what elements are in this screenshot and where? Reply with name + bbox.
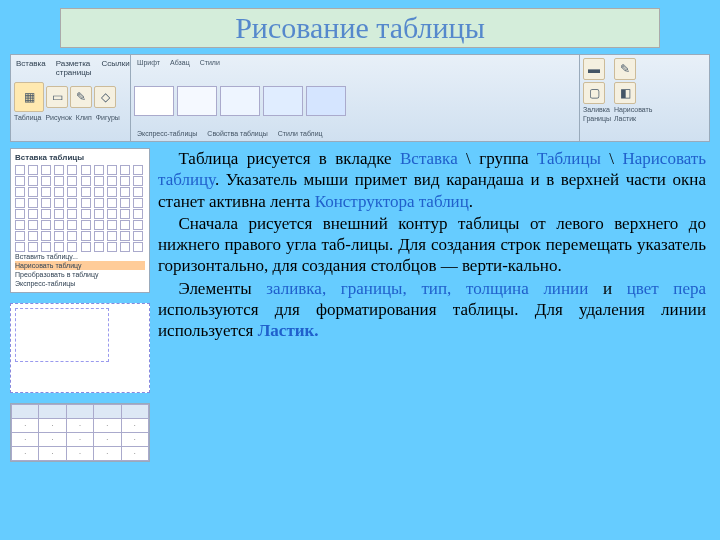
insert-table-panel: Вставка таблицы Вставить таблицу... Нари… <box>10 148 150 293</box>
hl-pen-color: цвет пера <box>627 279 706 298</box>
hl-constructor: Конструктора таблиц <box>315 192 469 211</box>
ribbon-right-group: ▬ ▢ Заливка Границы ✎ ◧ Нарисовать Ласти… <box>579 55 709 141</box>
mid-item[interactable]: Стили таблиц <box>275 129 326 138</box>
tab-insert[interactable]: Вставка <box>14 58 48 78</box>
title-bar: Рисование таблицы <box>60 8 660 48</box>
ribbon: Вставка Разметка страницы Ссылки ▦ ▭ ✎ ◇… <box>10 54 710 142</box>
panel-title: Вставка таблицы <box>15 153 145 162</box>
drawing-preview <box>10 303 150 393</box>
draw-icon[interactable]: ✎ <box>614 58 636 80</box>
label-border: Границы <box>583 115 611 122</box>
body-text: Таблица рисуется в вкладке Вставка \ гру… <box>158 148 710 462</box>
label-pic: Рисунок <box>45 114 71 121</box>
eraser-icon[interactable]: ◧ <box>614 82 636 104</box>
label-eraser: Ластик <box>614 115 652 122</box>
paragraph-2: Сначала рисуется внешний контур таблицы … <box>158 213 706 277</box>
hl-fill-border: заливка, границы, тип, толщина линии <box>266 279 588 298</box>
link-draw-table[interactable]: Нарисовать таблицу <box>15 261 145 270</box>
page-title: Рисование таблицы <box>69 11 651 45</box>
table-icon[interactable]: ▦ <box>14 82 44 112</box>
border-icon[interactable]: ▢ <box>583 82 605 104</box>
label-table: Таблица <box>14 114 41 121</box>
label-draw: Нарисовать <box>614 106 652 113</box>
link-insert-table[interactable]: Вставить таблицу... <box>15 252 145 261</box>
table-size-grid[interactable] <box>15 165 145 252</box>
hl-insert: Вставка <box>400 149 458 168</box>
hl-eraser: Ластик. <box>258 321 319 340</box>
content: Вставка таблицы Вставить таблицу... Нари… <box>10 148 710 462</box>
ribbon-left-group: Вставка Разметка страницы Ссылки ▦ ▭ ✎ ◇… <box>11 55 131 141</box>
shapes-icon[interactable]: ◇ <box>94 86 116 108</box>
ribbon-mid-group: Шрифт Абзац Стили Экспресс-таблицы Свойс… <box>131 55 579 141</box>
sidebar: Вставка таблицы Вставить таблицу... Нари… <box>10 148 150 462</box>
mid-item[interactable]: Свойства таблицы <box>204 129 270 138</box>
fill-icon[interactable]: ▬ <box>583 58 605 80</box>
label-clip: Клип <box>76 114 92 121</box>
label-shape: Фигуры <box>96 114 120 121</box>
tab-links[interactable]: Ссылки <box>100 58 132 78</box>
link-quick[interactable]: Экспресс-таблицы <box>15 279 145 288</box>
link-convert[interactable]: Преобразовать в таблицу <box>15 270 145 279</box>
hl-tables: Таблицы <box>537 149 601 168</box>
clip-icon[interactable]: ✎ <box>70 86 92 108</box>
label-fill: Заливка <box>583 106 611 113</box>
mid-item[interactable]: Шрифт <box>134 58 163 67</box>
tab-layout[interactable]: Разметка страницы <box>54 58 94 78</box>
paragraph-3: Элементы заливка, границы, тип, толщина … <box>158 278 706 342</box>
panel-links: Вставить таблицу... Нарисовать таблицу П… <box>15 252 145 288</box>
paragraph-1: Таблица рисуется в вкладке Вставка \ гру… <box>158 148 706 212</box>
mid-item[interactable]: Абзац <box>167 58 193 67</box>
mid-item[interactable]: Стили <box>197 58 223 67</box>
ribbon-tabs: Вставка Разметка страницы Ссылки <box>14 58 127 78</box>
mid-item[interactable]: Экспресс-таблицы <box>134 129 200 138</box>
picture-icon[interactable]: ▭ <box>46 86 68 108</box>
sample-table: ····· ····· ····· <box>10 403 150 462</box>
